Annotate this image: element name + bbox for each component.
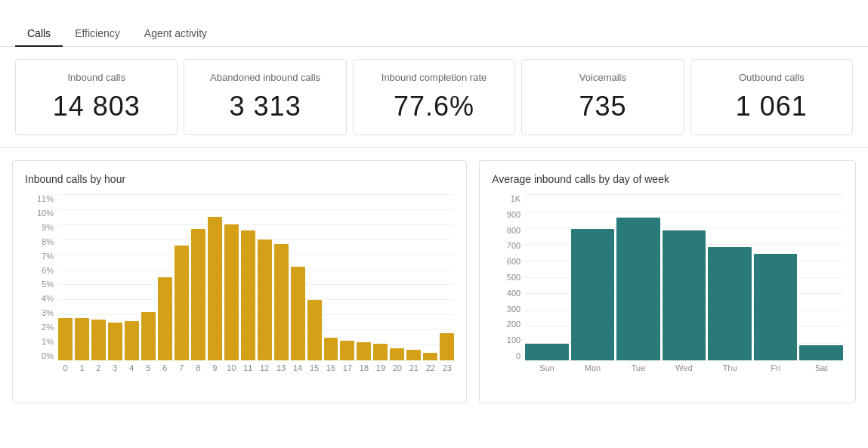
bar-hour-5	[141, 312, 156, 360]
x-label-day-6: Sat	[799, 363, 843, 372]
bar-col-hour-11	[241, 194, 255, 360]
x-label-hour-13: 13	[274, 363, 289, 372]
x-label-hour-8: 8	[191, 363, 205, 372]
bar-day-0	[525, 344, 569, 360]
metric-value-voicemails: 735	[537, 91, 668, 122]
bar-day-4	[708, 247, 752, 360]
x-label-hour-4: 4	[125, 363, 139, 372]
x-label-hour-1: 1	[75, 363, 89, 372]
x-label-hour-19: 19	[373, 363, 388, 372]
metric-value-completion-rate: 77.6%	[369, 91, 499, 122]
x-label-hour-3: 3	[108, 363, 122, 372]
metric-label-abandoned: Abandoned inbound calls	[199, 72, 330, 83]
bar-hour-8	[191, 229, 205, 360]
bar-day-5	[754, 254, 798, 360]
bar-hour-11	[241, 230, 255, 360]
chart-inbound-by-day: Average inbound calls by day of week 010…	[479, 160, 856, 403]
x-label-hour-11: 11	[241, 363, 255, 372]
chart-inbound-by-hour: Inbound calls by hour 0%1%2%3%4%5%6%7%8%…	[12, 160, 467, 403]
bar-day-3	[663, 230, 706, 360]
metric-label-outbound-calls: Outbound calls	[706, 72, 837, 83]
bar-day-6	[799, 345, 843, 360]
bar-col-hour-13	[274, 194, 289, 360]
bar-hour-23	[440, 333, 454, 360]
metric-value-abandoned: 3 313	[199, 91, 330, 122]
metric-card-abandoned-inbound: Abandoned inbound calls 3 313	[184, 59, 346, 135]
bar-col-hour-9	[208, 194, 222, 360]
bar-day-1	[571, 229, 615, 360]
bar-col-hour-17	[340, 194, 354, 360]
x-label-hour-6: 6	[158, 363, 172, 372]
bar-hour-22	[423, 353, 437, 360]
bar-col-hour-23	[440, 194, 454, 360]
bar-col-day-2	[616, 194, 660, 360]
x-label-hour-7: 7	[175, 363, 189, 372]
chart-area-by-hour: 0%1%2%3%4%5%6%7%8%9%10%11% 0123456789101…	[25, 194, 454, 391]
bar-hour-17	[340, 341, 354, 360]
bar-col-hour-2	[91, 194, 106, 360]
bar-hour-18	[357, 342, 371, 360]
metric-card-completion-rate: Inbound completion rate 77.6%	[353, 59, 515, 135]
tab-agent-activity[interactable]: Agent activity	[132, 21, 219, 47]
bar-col-day-0	[525, 194, 569, 360]
x-label-hour-23: 23	[440, 363, 454, 372]
bar-col-hour-22	[423, 194, 437, 360]
bar-hour-6	[158, 277, 172, 360]
bar-hour-2	[91, 320, 106, 360]
bar-col-hour-16	[324, 194, 338, 360]
bar-col-day-5	[754, 194, 798, 360]
bar-hour-3	[108, 323, 122, 360]
x-label-hour-14: 14	[291, 363, 305, 372]
tab-calls[interactable]: Calls	[15, 21, 63, 47]
charts-row: Inbound calls by hour 0%1%2%3%4%5%6%7%8%…	[0, 148, 868, 416]
bar-col-day-4	[708, 194, 752, 360]
x-label-day-5: Fri	[754, 363, 798, 372]
bar-day-2	[616, 218, 660, 360]
bar-col-hour-5	[141, 194, 156, 360]
bar-col-day-6	[799, 194, 843, 360]
x-label-hour-21: 21	[406, 363, 421, 372]
bar-col-hour-18	[357, 194, 371, 360]
bar-hour-4	[125, 321, 139, 360]
bar-hour-9	[208, 217, 222, 360]
bar-hour-15	[307, 300, 322, 360]
app-header: Calls Efficiency Agent activity	[0, 0, 868, 47]
metric-card-outbound-calls: Outbound calls 1 061	[690, 59, 853, 135]
bar-col-hour-14	[291, 194, 305, 360]
bar-col-day-3	[663, 194, 706, 360]
x-label-day-0: Sun	[525, 363, 569, 372]
bar-col-hour-4	[125, 194, 139, 360]
bar-col-hour-1	[75, 194, 89, 360]
tab-efficiency[interactable]: Efficiency	[63, 21, 132, 47]
bar-col-hour-8	[191, 194, 205, 360]
bar-col-hour-15	[307, 194, 322, 360]
bar-col-hour-20	[390, 194, 404, 360]
x-label-hour-10: 10	[224, 363, 239, 372]
chart-area-by-day: 01002003004005006007008009001K SunMonTue…	[492, 194, 843, 391]
metric-card-inbound-calls: Inbound calls 14 803	[15, 59, 178, 135]
x-label-hour-0: 0	[58, 363, 73, 372]
bar-col-hour-3	[108, 194, 122, 360]
bar-hour-19	[373, 344, 388, 360]
x-label-hour-22: 22	[423, 363, 437, 372]
bar-hour-1	[75, 318, 89, 360]
bar-col-hour-0	[58, 194, 73, 360]
bar-hour-7	[175, 246, 189, 360]
metrics-row: Inbound calls 14 803 Abandoned inbound c…	[0, 47, 868, 148]
x-label-hour-2: 2	[91, 363, 106, 372]
app-container: Calls Efficiency Agent activity Inbound …	[0, 0, 868, 448]
x-label-hour-15: 15	[307, 363, 322, 372]
bar-col-day-1	[571, 194, 615, 360]
metric-label-voicemails: Voicemails	[537, 72, 668, 83]
metric-label-completion-rate: Inbound completion rate	[369, 72, 499, 83]
x-label-hour-5: 5	[141, 363, 156, 372]
bar-hour-0	[58, 318, 73, 360]
bar-col-hour-21	[406, 194, 421, 360]
bar-col-hour-6	[158, 194, 172, 360]
chart-title-by-hour: Inbound calls by hour	[25, 173, 454, 185]
bar-hour-16	[324, 338, 338, 360]
x-label-day-3: Wed	[663, 363, 706, 372]
bar-hour-21	[406, 350, 421, 360]
x-label-hour-17: 17	[340, 363, 354, 372]
bar-hour-13	[274, 244, 289, 360]
